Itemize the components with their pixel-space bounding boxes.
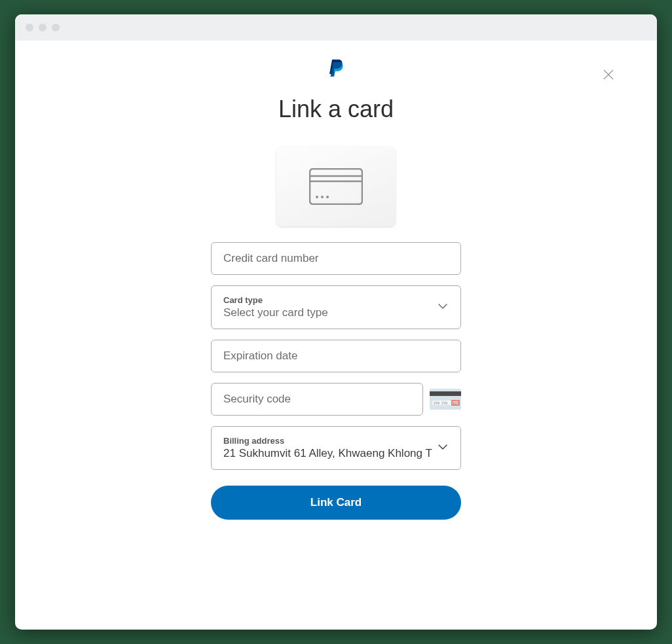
cvv-hint-icon: 278 278 827 bbox=[430, 389, 461, 410]
card-type-label: Card type bbox=[223, 295, 449, 305]
card-number-placeholder: Credit card number bbox=[223, 252, 319, 264]
close-icon bbox=[602, 68, 615, 81]
paypal-logo bbox=[15, 59, 657, 79]
svg-text:278 278: 278 278 bbox=[434, 401, 447, 405]
paypal-p-icon bbox=[327, 59, 345, 79]
link-card-button[interactable]: Link Card bbox=[211, 486, 461, 520]
billing-address-value: 21 Sukhumvit 61 Alley, Khwaeng Khlong T bbox=[223, 447, 449, 460]
billing-address-select[interactable]: Billing address 21 Sukhumvit 61 Alley, K… bbox=[211, 426, 461, 470]
browser-window: Link a card Credit card number Card type… bbox=[15, 14, 657, 630]
page-content: Link a card Credit card number Card type… bbox=[15, 41, 657, 630]
card-illustration bbox=[276, 147, 396, 226]
credit-card-icon bbox=[309, 168, 363, 205]
security-code-placeholder: Security code bbox=[223, 393, 291, 405]
window-control-close[interactable] bbox=[26, 24, 33, 31]
svg-rect-0 bbox=[310, 169, 362, 204]
security-code-row: Security code 278 278 827 bbox=[211, 383, 461, 416]
window-titlebar bbox=[15, 14, 657, 41]
svg-rect-7 bbox=[430, 391, 461, 396]
card-number-input[interactable]: Credit card number bbox=[211, 242, 461, 275]
card-type-value: Select your card type bbox=[223, 306, 449, 319]
card-type-select[interactable]: Card type Select your card type bbox=[211, 285, 461, 329]
billing-address-label: Billing address bbox=[223, 436, 449, 446]
page-title: Link a card bbox=[15, 96, 657, 123]
expiration-placeholder: Expiration date bbox=[223, 349, 297, 362]
svg-point-5 bbox=[326, 196, 329, 198]
window-control-maximize[interactable] bbox=[52, 24, 60, 31]
chevron-down-icon bbox=[437, 441, 449, 456]
expiration-date-input[interactable]: Expiration date bbox=[211, 340, 461, 372]
chevron-down-icon bbox=[437, 300, 449, 315]
close-button[interactable] bbox=[602, 68, 618, 84]
link-card-form: Credit card number Card type Select your… bbox=[211, 147, 461, 520]
window-control-minimize[interactable] bbox=[39, 24, 47, 31]
svg-text:827: 827 bbox=[453, 401, 459, 405]
svg-point-3 bbox=[316, 196, 318, 198]
security-code-input[interactable]: Security code bbox=[211, 383, 423, 416]
svg-point-4 bbox=[321, 196, 324, 198]
